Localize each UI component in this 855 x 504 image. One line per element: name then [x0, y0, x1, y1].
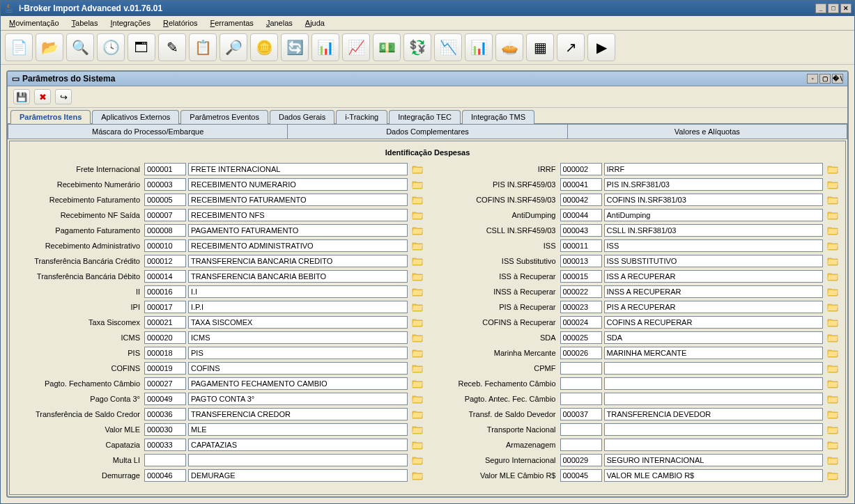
desc-input[interactable]	[188, 239, 408, 252]
code-input[interactable]	[560, 209, 602, 221]
desc-input[interactable]	[188, 163, 408, 175]
folder-icon[interactable]	[826, 439, 840, 451]
frame-close-button[interactable]: �∖	[832, 74, 843, 84]
code-input[interactable]	[144, 255, 186, 267]
menu-tabelas[interactable]: Tabelas	[66, 17, 104, 29]
folder-icon[interactable]	[826, 301, 840, 313]
grid-icon[interactable]: ▦	[526, 33, 554, 61]
code-input[interactable]	[560, 285, 602, 298]
desc-input[interactable]	[188, 301, 408, 313]
frame-minimize-button[interactable]: ▫	[807, 74, 818, 84]
folder-icon[interactable]	[410, 224, 424, 237]
folder-icon[interactable]	[410, 408, 424, 420]
menu-ajuda[interactable]: Ajuda	[300, 17, 330, 29]
minimize-button[interactable]: _	[815, 3, 826, 13]
desc-input[interactable]	[604, 423, 824, 436]
tab-par-metros-eventos[interactable]: Parâmetros Eventos	[180, 110, 268, 124]
tab-integra--o-tms[interactable]: Integração TMS	[462, 110, 534, 124]
folder-icon[interactable]	[826, 285, 840, 298]
desc-input[interactable]	[604, 209, 824, 221]
desc-input[interactable]	[604, 347, 824, 359]
desc-input[interactable]	[604, 178, 824, 191]
code-input[interactable]	[560, 239, 602, 252]
delete-icon[interactable]: ✖	[34, 89, 51, 104]
desc-input[interactable]	[188, 285, 408, 298]
folder-icon[interactable]	[410, 270, 424, 283]
code-input[interactable]	[144, 408, 186, 420]
desc-input[interactable]	[188, 224, 408, 237]
code-input[interactable]	[144, 270, 186, 283]
folder-open-icon[interactable]: 📂	[36, 33, 63, 61]
desc-input[interactable]	[604, 408, 824, 420]
desc-input[interactable]	[188, 178, 408, 191]
coins-icon[interactable]: 🪙	[250, 33, 278, 61]
folder-icon[interactable]	[826, 194, 840, 206]
code-input[interactable]	[560, 270, 602, 283]
desc-input[interactable]	[604, 316, 824, 329]
folder-icon[interactable]	[826, 316, 840, 329]
desc-input[interactable]	[604, 270, 824, 283]
code-input[interactable]	[560, 423, 602, 436]
desc-input[interactable]	[604, 285, 824, 298]
chart-bar-icon[interactable]: 📊	[465, 33, 493, 61]
desc-input[interactable]	[604, 331, 824, 344]
folder-icon[interactable]	[826, 224, 840, 237]
folder-icon[interactable]	[826, 239, 840, 252]
menu-janelas[interactable]: Janelas	[261, 17, 298, 29]
desc-input[interactable]	[188, 255, 408, 267]
folder-icon[interactable]	[410, 285, 424, 298]
folder-icon[interactable]	[826, 255, 840, 267]
code-input[interactable]	[560, 163, 602, 175]
code-input[interactable]	[560, 377, 602, 390]
folder-icon[interactable]	[410, 347, 424, 359]
folder-icon[interactable]	[410, 362, 424, 375]
tab-integra--o-tec[interactable]: Integração TEC	[389, 110, 461, 124]
list-icon[interactable]: 📋	[189, 33, 217, 61]
folder-icon[interactable]	[410, 439, 424, 451]
desc-input[interactable]	[188, 393, 408, 405]
desc-input[interactable]	[604, 362, 824, 375]
folder-icon[interactable]	[410, 454, 424, 466]
folder-icon[interactable]	[410, 393, 424, 405]
folder-icon[interactable]	[826, 362, 840, 375]
folder-icon[interactable]	[826, 331, 840, 344]
desc-input[interactable]	[188, 194, 408, 206]
desc-input[interactable]	[604, 393, 824, 405]
arrow-icon[interactable]: ↗	[557, 33, 585, 61]
folder-icon[interactable]	[410, 423, 424, 436]
code-input[interactable]	[560, 316, 602, 329]
code-input[interactable]	[560, 255, 602, 267]
report-icon[interactable]: 📊	[311, 33, 339, 61]
document-new-icon[interactable]: 📄	[5, 33, 33, 61]
code-input[interactable]	[144, 362, 186, 375]
code-input[interactable]	[144, 163, 186, 175]
money-sync-icon[interactable]: 💱	[403, 33, 431, 61]
folder-icon[interactable]	[410, 316, 424, 329]
menu-movimentao[interactable]: Movimentação	[3, 17, 65, 29]
folder-icon[interactable]	[826, 347, 840, 359]
code-input[interactable]	[144, 194, 186, 206]
folder-icon[interactable]	[410, 194, 424, 206]
code-input[interactable]	[560, 347, 602, 359]
subtab-valores-e-al-quotas[interactable]: Valores e Alíquotas	[567, 124, 847, 139]
code-input[interactable]	[144, 224, 186, 237]
folder-icon[interactable]	[826, 178, 840, 191]
folder-icon[interactable]	[826, 393, 840, 405]
tab-par-metros-itens[interactable]: Parâmetros Itens	[10, 110, 91, 124]
search-icon[interactable]: 🔎	[219, 33, 247, 61]
code-input[interactable]	[144, 377, 186, 390]
play-icon[interactable]: ▶	[587, 33, 615, 61]
code-input[interactable]	[144, 209, 186, 221]
code-input[interactable]	[144, 316, 186, 329]
desc-input[interactable]	[604, 454, 824, 466]
code-input[interactable]	[560, 178, 602, 191]
frame-maximize-button[interactable]: ▢	[819, 74, 831, 84]
desc-input[interactable]	[188, 377, 408, 390]
folder-icon[interactable]	[826, 423, 840, 436]
folder-icon[interactable]	[410, 469, 424, 482]
desc-input[interactable]	[188, 439, 408, 451]
desc-input[interactable]	[188, 331, 408, 344]
code-input[interactable]	[560, 408, 602, 420]
tab-i-tracking[interactable]: i-Tracking	[336, 110, 387, 124]
folder-icon[interactable]	[826, 408, 840, 420]
